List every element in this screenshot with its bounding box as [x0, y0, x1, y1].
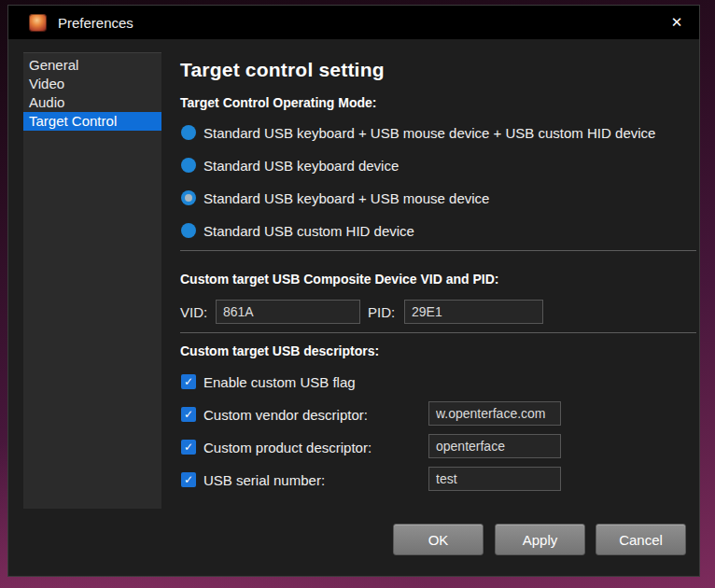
radio-option-label: Standard USB keyboard + USB mouse device	[203, 190, 489, 206]
radio-selected-icon[interactable]	[181, 190, 196, 205]
sidebar-item-audio[interactable]: Audio	[23, 93, 161, 112]
checkbox-custom-vendor-descriptor[interactable]: ✓ Custom vendor descriptor:	[181, 406, 368, 423]
checkbox-label: Custom vendor descriptor:	[203, 407, 368, 423]
radio-option-keyboard-only[interactable]: Standard USB keyboard device	[181, 157, 399, 174]
window-title: Preferences	[58, 15, 133, 31]
sidebar-item-general[interactable]: General	[23, 56, 161, 75]
radio-option-custom-hid[interactable]: Standard USB custom HID device	[181, 222, 414, 239]
checkbox-label: Enable custom USB flag	[203, 374, 356, 390]
checkbox-enable-custom-usb-flag[interactable]: ✓ Enable custom USB flag	[181, 373, 356, 390]
vid-pid-section-label: Custom target USB Composite Device VID a…	[180, 272, 499, 287]
radio-option-label: Standard USB keyboard device	[203, 158, 399, 174]
cancel-button[interactable]: Cancel	[596, 524, 686, 555]
vendor-descriptor-input[interactable]	[428, 401, 561, 426]
radio-option-label: Standard USB custom HID device	[203, 223, 414, 239]
radio-icon[interactable]	[181, 223, 196, 238]
separator	[180, 332, 696, 333]
titlebar: Preferences ✕	[8, 6, 699, 39]
checkbox-label: Custom product descriptor:	[203, 440, 372, 455]
page-title: Target control setting	[180, 59, 385, 81]
checkbox-label: USB serial number:	[203, 472, 325, 488]
serial-number-input[interactable]	[428, 467, 561, 491]
close-icon[interactable]: ✕	[654, 6, 699, 39]
vid-input[interactable]	[216, 300, 360, 324]
checkbox-custom-product-descriptor[interactable]: ✓ Custom product descriptor:	[181, 439, 372, 455]
checkbox-checked-icon[interactable]: ✓	[181, 374, 196, 389]
checkbox-checked-icon[interactable]: ✓	[181, 472, 196, 487]
separator	[180, 250, 696, 251]
sidebar: General Video Audio Target Control	[23, 52, 161, 509]
sidebar-item-video[interactable]: Video	[23, 75, 161, 93]
radio-option-kb-mouse-hid[interactable]: Standard USB keyboard + USB mouse device…	[181, 124, 655, 141]
checkbox-checked-icon[interactable]: ✓	[181, 440, 196, 455]
radio-option-label: Standard USB keyboard + USB mouse device…	[203, 125, 655, 141]
radio-option-kb-mouse[interactable]: Standard USB keyboard + USB mouse device	[181, 189, 489, 206]
apply-button[interactable]: Apply	[495, 524, 585, 555]
descriptors-section-label: Custom target USB descriptors:	[180, 343, 379, 358]
preferences-window: Preferences ✕ General Video Audio Target…	[7, 5, 700, 577]
radio-icon[interactable]	[181, 125, 196, 140]
sidebar-item-target-control[interactable]: Target Control	[23, 112, 161, 131]
pid-label: PID:	[368, 304, 395, 320]
radio-icon[interactable]	[181, 158, 196, 173]
app-logo-icon	[29, 14, 47, 32]
checkbox-checked-icon[interactable]: ✓	[181, 407, 196, 422]
product-descriptor-input[interactable]	[428, 434, 561, 458]
pid-input[interactable]	[404, 300, 543, 324]
vid-label: VID:	[180, 304, 207, 320]
ok-button[interactable]: OK	[393, 524, 484, 555]
operating-mode-label: Target Control Operating Mode:	[180, 95, 377, 110]
checkbox-usb-serial-number[interactable]: ✓ USB serial number:	[181, 471, 325, 488]
